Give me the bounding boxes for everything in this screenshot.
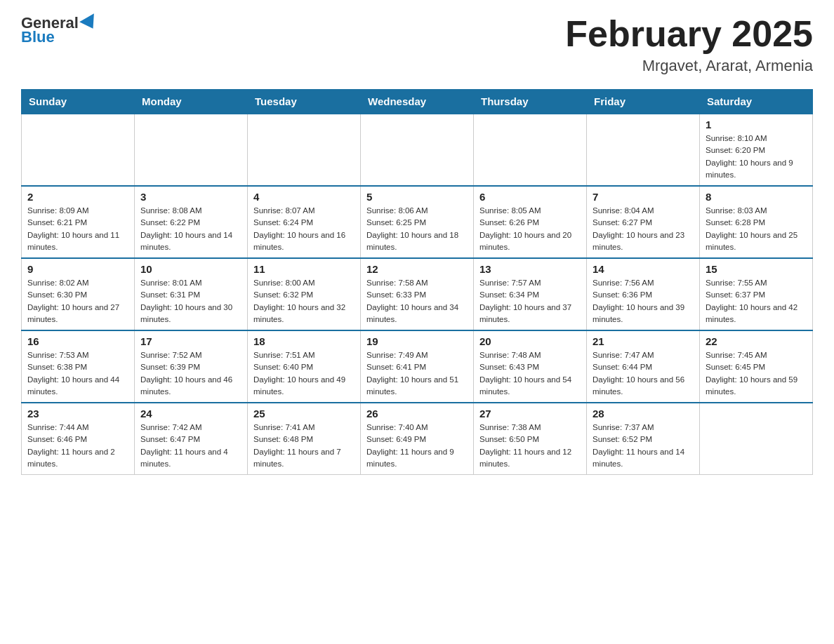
calendar-cell <box>474 114 587 186</box>
calendar-cell: 28Sunrise: 7:37 AMSunset: 6:52 PMDayligh… <box>587 403 700 475</box>
weekday-header-monday: Monday <box>135 90 248 114</box>
weekday-header-tuesday: Tuesday <box>248 90 361 114</box>
calendar-header-row: SundayMondayTuesdayWednesdayThursdayFrid… <box>22 90 813 114</box>
calendar-cell: 1Sunrise: 8:10 AMSunset: 6:20 PMDaylight… <box>700 114 813 186</box>
day-info: Sunrise: 7:44 AMSunset: 6:46 PMDaylight:… <box>27 422 128 470</box>
day-number: 27 <box>479 408 581 420</box>
calendar-cell <box>22 114 135 186</box>
calendar-week-row: 16Sunrise: 7:53 AMSunset: 6:38 PMDayligh… <box>22 330 813 403</box>
day-info: Sunrise: 7:45 AMSunset: 6:45 PMDaylight:… <box>706 349 807 398</box>
calendar-cell <box>248 114 361 186</box>
title-block: February 2025 Mrgavet, Ararat, Armenia <box>565 14 813 75</box>
calendar-week-row: 23Sunrise: 7:44 AMSunset: 6:46 PMDayligh… <box>22 403 813 475</box>
calendar-cell: 14Sunrise: 7:56 AMSunset: 6:36 PMDayligh… <box>587 258 700 330</box>
day-number: 13 <box>479 263 581 275</box>
day-info: Sunrise: 8:07 AMSunset: 6:24 PMDaylight:… <box>253 205 355 253</box>
calendar-cell: 26Sunrise: 7:40 AMSunset: 6:49 PMDayligh… <box>361 403 474 475</box>
day-info: Sunrise: 7:48 AMSunset: 6:43 PMDaylight:… <box>479 349 581 398</box>
calendar-cell: 17Sunrise: 7:52 AMSunset: 6:39 PMDayligh… <box>135 330 248 403</box>
day-info: Sunrise: 7:57 AMSunset: 6:34 PMDaylight:… <box>479 277 581 326</box>
day-info: Sunrise: 7:40 AMSunset: 6:49 PMDaylight:… <box>366 422 468 470</box>
day-number: 16 <box>27 335 128 347</box>
day-number: 12 <box>366 263 468 275</box>
day-info: Sunrise: 7:51 AMSunset: 6:40 PMDaylight:… <box>253 349 355 398</box>
calendar-cell <box>135 114 248 186</box>
day-info: Sunrise: 7:47 AMSunset: 6:44 PMDaylight:… <box>593 349 694 398</box>
day-number: 11 <box>253 263 355 275</box>
calendar-cell: 27Sunrise: 7:38 AMSunset: 6:50 PMDayligh… <box>474 403 587 475</box>
calendar-cell: 4Sunrise: 8:07 AMSunset: 6:24 PMDaylight… <box>248 186 361 258</box>
calendar-cell: 19Sunrise: 7:49 AMSunset: 6:41 PMDayligh… <box>361 330 474 403</box>
page-header: General Blue February 2025 Mrgavet, Arar… <box>21 14 813 75</box>
calendar-cell: 25Sunrise: 7:41 AMSunset: 6:48 PMDayligh… <box>248 403 361 475</box>
day-number: 21 <box>593 335 694 347</box>
day-info: Sunrise: 7:55 AMSunset: 6:37 PMDaylight:… <box>706 277 807 326</box>
day-number: 22 <box>706 335 807 347</box>
weekday-header-thursday: Thursday <box>474 90 587 114</box>
day-info: Sunrise: 7:53 AMSunset: 6:38 PMDaylight:… <box>27 349 128 398</box>
day-number: 19 <box>366 335 468 347</box>
day-info: Sunrise: 7:38 AMSunset: 6:50 PMDaylight:… <box>479 422 581 470</box>
calendar-cell: 22Sunrise: 7:45 AMSunset: 6:45 PMDayligh… <box>700 330 813 403</box>
day-number: 7 <box>593 191 694 203</box>
logo-blue-text: Blue <box>21 28 55 46</box>
location-text: Mrgavet, Ararat, Armenia <box>565 57 813 75</box>
day-info: Sunrise: 8:06 AMSunset: 6:25 PMDaylight:… <box>366 205 468 253</box>
calendar-cell: 13Sunrise: 7:57 AMSunset: 6:34 PMDayligh… <box>474 258 587 330</box>
day-info: Sunrise: 8:04 AMSunset: 6:27 PMDaylight:… <box>593 205 694 253</box>
calendar-cell: 7Sunrise: 8:04 AMSunset: 6:27 PMDaylight… <box>587 186 700 258</box>
day-info: Sunrise: 7:37 AMSunset: 6:52 PMDaylight:… <box>593 422 694 470</box>
calendar-cell: 8Sunrise: 8:03 AMSunset: 6:28 PMDaylight… <box>700 186 813 258</box>
day-info: Sunrise: 8:02 AMSunset: 6:30 PMDaylight:… <box>27 277 128 326</box>
day-info: Sunrise: 7:49 AMSunset: 6:41 PMDaylight:… <box>366 349 468 398</box>
day-number: 3 <box>140 191 241 203</box>
weekday-header-saturday: Saturday <box>700 90 813 114</box>
day-info: Sunrise: 7:56 AMSunset: 6:36 PMDaylight:… <box>593 277 694 326</box>
day-number: 10 <box>140 263 241 275</box>
calendar-cell <box>587 114 700 186</box>
day-number: 28 <box>593 408 694 420</box>
day-number: 24 <box>140 408 241 420</box>
calendar-cell: 18Sunrise: 7:51 AMSunset: 6:40 PMDayligh… <box>248 330 361 403</box>
day-number: 5 <box>366 191 468 203</box>
month-title: February 2025 <box>565 14 813 54</box>
calendar-cell: 12Sunrise: 7:58 AMSunset: 6:33 PMDayligh… <box>361 258 474 330</box>
day-number: 9 <box>27 263 128 275</box>
calendar-week-row: 1Sunrise: 8:10 AMSunset: 6:20 PMDaylight… <box>22 114 813 186</box>
day-info: Sunrise: 8:01 AMSunset: 6:31 PMDaylight:… <box>140 277 241 326</box>
calendar-cell: 20Sunrise: 7:48 AMSunset: 6:43 PMDayligh… <box>474 330 587 403</box>
weekday-header-wednesday: Wednesday <box>361 90 474 114</box>
logo: General Blue <box>21 14 101 46</box>
calendar-cell: 9Sunrise: 8:02 AMSunset: 6:30 PMDaylight… <box>22 258 135 330</box>
calendar-cell: 24Sunrise: 7:42 AMSunset: 6:47 PMDayligh… <box>135 403 248 475</box>
day-info: Sunrise: 7:42 AMSunset: 6:47 PMDaylight:… <box>140 422 241 470</box>
day-info: Sunrise: 8:00 AMSunset: 6:32 PMDaylight:… <box>253 277 355 326</box>
calendar-cell: 6Sunrise: 8:05 AMSunset: 6:26 PMDaylight… <box>474 186 587 258</box>
logo-triangle-icon <box>79 13 100 33</box>
calendar-week-row: 9Sunrise: 8:02 AMSunset: 6:30 PMDaylight… <box>22 258 813 330</box>
day-info: Sunrise: 7:41 AMSunset: 6:48 PMDaylight:… <box>253 422 355 470</box>
day-number: 8 <box>706 191 807 203</box>
day-info: Sunrise: 8:05 AMSunset: 6:26 PMDaylight:… <box>479 205 581 253</box>
day-info: Sunrise: 8:08 AMSunset: 6:22 PMDaylight:… <box>140 205 241 253</box>
day-number: 17 <box>140 335 241 347</box>
day-number: 15 <box>706 263 807 275</box>
calendar-cell: 3Sunrise: 8:08 AMSunset: 6:22 PMDaylight… <box>135 186 248 258</box>
day-number: 25 <box>253 408 355 420</box>
day-number: 18 <box>253 335 355 347</box>
day-number: 2 <box>27 191 128 203</box>
calendar-cell: 5Sunrise: 8:06 AMSunset: 6:25 PMDaylight… <box>361 186 474 258</box>
day-info: Sunrise: 8:10 AMSunset: 6:20 PMDaylight:… <box>706 133 807 181</box>
day-number: 4 <box>253 191 355 203</box>
day-info: Sunrise: 7:58 AMSunset: 6:33 PMDaylight:… <box>366 277 468 326</box>
calendar-cell: 21Sunrise: 7:47 AMSunset: 6:44 PMDayligh… <box>587 330 700 403</box>
day-info: Sunrise: 8:09 AMSunset: 6:21 PMDaylight:… <box>27 205 128 253</box>
day-number: 23 <box>27 408 128 420</box>
calendar-cell: 15Sunrise: 7:55 AMSunset: 6:37 PMDayligh… <box>700 258 813 330</box>
calendar-week-row: 2Sunrise: 8:09 AMSunset: 6:21 PMDaylight… <box>22 186 813 258</box>
calendar-cell: 10Sunrise: 8:01 AMSunset: 6:31 PMDayligh… <box>135 258 248 330</box>
calendar-cell: 11Sunrise: 8:00 AMSunset: 6:32 PMDayligh… <box>248 258 361 330</box>
weekday-header-sunday: Sunday <box>22 90 135 114</box>
day-number: 20 <box>479 335 581 347</box>
calendar-cell: 23Sunrise: 7:44 AMSunset: 6:46 PMDayligh… <box>22 403 135 475</box>
